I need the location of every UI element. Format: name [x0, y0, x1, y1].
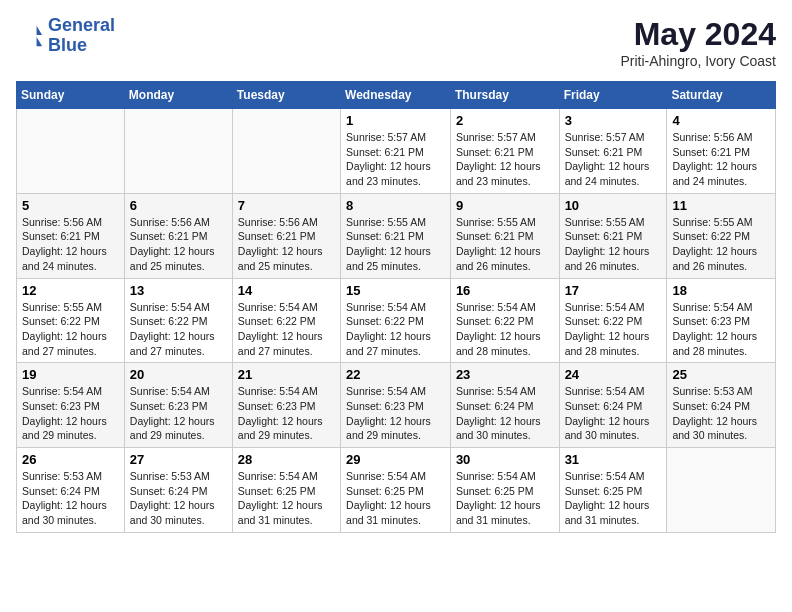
- day-number: 6: [130, 198, 227, 213]
- calendar-day-14: 14Sunrise: 5:54 AM Sunset: 6:22 PM Dayli…: [232, 278, 340, 363]
- calendar-day-2: 2Sunrise: 5:57 AM Sunset: 6:21 PM Daylig…: [450, 109, 559, 194]
- day-info: Sunrise: 5:55 AM Sunset: 6:22 PM Dayligh…: [672, 215, 770, 274]
- day-info: Sunrise: 5:55 AM Sunset: 6:22 PM Dayligh…: [22, 300, 119, 359]
- weekday-header-sunday: Sunday: [17, 82, 125, 109]
- calendar-day-29: 29Sunrise: 5:54 AM Sunset: 6:25 PM Dayli…: [341, 448, 451, 533]
- calendar-day-11: 11Sunrise: 5:55 AM Sunset: 6:22 PM Dayli…: [667, 193, 776, 278]
- calendar-day-15: 15Sunrise: 5:54 AM Sunset: 6:22 PM Dayli…: [341, 278, 451, 363]
- day-number: 2: [456, 113, 554, 128]
- calendar-day-9: 9Sunrise: 5:55 AM Sunset: 6:21 PM Daylig…: [450, 193, 559, 278]
- month-year: May 2024: [620, 16, 776, 53]
- day-number: 15: [346, 283, 445, 298]
- empty-day-cell: [667, 448, 776, 533]
- weekday-header-saturday: Saturday: [667, 82, 776, 109]
- weekday-header-friday: Friday: [559, 82, 667, 109]
- day-info: Sunrise: 5:55 AM Sunset: 6:21 PM Dayligh…: [565, 215, 662, 274]
- day-info: Sunrise: 5:54 AM Sunset: 6:22 PM Dayligh…: [565, 300, 662, 359]
- calendar-day-12: 12Sunrise: 5:55 AM Sunset: 6:22 PM Dayli…: [17, 278, 125, 363]
- day-info: Sunrise: 5:55 AM Sunset: 6:21 PM Dayligh…: [456, 215, 554, 274]
- calendar-day-7: 7Sunrise: 5:56 AM Sunset: 6:21 PM Daylig…: [232, 193, 340, 278]
- calendar-day-16: 16Sunrise: 5:54 AM Sunset: 6:22 PM Dayli…: [450, 278, 559, 363]
- day-number: 27: [130, 452, 227, 467]
- day-number: 12: [22, 283, 119, 298]
- calendar-day-27: 27Sunrise: 5:53 AM Sunset: 6:24 PM Dayli…: [124, 448, 232, 533]
- day-number: 8: [346, 198, 445, 213]
- day-info: Sunrise: 5:56 AM Sunset: 6:21 PM Dayligh…: [22, 215, 119, 274]
- day-number: 4: [672, 113, 770, 128]
- day-number: 18: [672, 283, 770, 298]
- day-info: Sunrise: 5:57 AM Sunset: 6:21 PM Dayligh…: [346, 130, 445, 189]
- day-number: 31: [565, 452, 662, 467]
- day-info: Sunrise: 5:54 AM Sunset: 6:23 PM Dayligh…: [672, 300, 770, 359]
- day-info: Sunrise: 5:54 AM Sunset: 6:23 PM Dayligh…: [22, 384, 119, 443]
- calendar-week-row: 19Sunrise: 5:54 AM Sunset: 6:23 PM Dayli…: [17, 363, 776, 448]
- day-number: 26: [22, 452, 119, 467]
- calendar-day-30: 30Sunrise: 5:54 AM Sunset: 6:25 PM Dayli…: [450, 448, 559, 533]
- day-number: 10: [565, 198, 662, 213]
- calendar-day-23: 23Sunrise: 5:54 AM Sunset: 6:24 PM Dayli…: [450, 363, 559, 448]
- page-header: General Blue May 2024 Priti-Ahingro, Ivo…: [16, 16, 776, 69]
- day-info: Sunrise: 5:54 AM Sunset: 6:23 PM Dayligh…: [238, 384, 335, 443]
- day-info: Sunrise: 5:54 AM Sunset: 6:22 PM Dayligh…: [456, 300, 554, 359]
- day-number: 11: [672, 198, 770, 213]
- day-number: 3: [565, 113, 662, 128]
- day-number: 24: [565, 367, 662, 382]
- calendar-day-22: 22Sunrise: 5:54 AM Sunset: 6:23 PM Dayli…: [341, 363, 451, 448]
- calendar-day-28: 28Sunrise: 5:54 AM Sunset: 6:25 PM Dayli…: [232, 448, 340, 533]
- day-number: 16: [456, 283, 554, 298]
- day-info: Sunrise: 5:57 AM Sunset: 6:21 PM Dayligh…: [565, 130, 662, 189]
- location: Priti-Ahingro, Ivory Coast: [620, 53, 776, 69]
- day-number: 19: [22, 367, 119, 382]
- day-number: 25: [672, 367, 770, 382]
- calendar-day-5: 5Sunrise: 5:56 AM Sunset: 6:21 PM Daylig…: [17, 193, 125, 278]
- day-number: 21: [238, 367, 335, 382]
- day-info: Sunrise: 5:54 AM Sunset: 6:25 PM Dayligh…: [346, 469, 445, 528]
- empty-day-cell: [124, 109, 232, 194]
- day-info: Sunrise: 5:54 AM Sunset: 6:24 PM Dayligh…: [456, 384, 554, 443]
- calendar-week-row: 5Sunrise: 5:56 AM Sunset: 6:21 PM Daylig…: [17, 193, 776, 278]
- day-info: Sunrise: 5:54 AM Sunset: 6:22 PM Dayligh…: [238, 300, 335, 359]
- calendar-table: SundayMondayTuesdayWednesdayThursdayFrid…: [16, 81, 776, 533]
- calendar-week-row: 12Sunrise: 5:55 AM Sunset: 6:22 PM Dayli…: [17, 278, 776, 363]
- day-info: Sunrise: 5:54 AM Sunset: 6:22 PM Dayligh…: [130, 300, 227, 359]
- day-info: Sunrise: 5:53 AM Sunset: 6:24 PM Dayligh…: [22, 469, 119, 528]
- calendar-day-24: 24Sunrise: 5:54 AM Sunset: 6:24 PM Dayli…: [559, 363, 667, 448]
- day-number: 14: [238, 283, 335, 298]
- day-info: Sunrise: 5:57 AM Sunset: 6:21 PM Dayligh…: [456, 130, 554, 189]
- calendar-day-4: 4Sunrise: 5:56 AM Sunset: 6:21 PM Daylig…: [667, 109, 776, 194]
- day-info: Sunrise: 5:54 AM Sunset: 6:25 PM Dayligh…: [565, 469, 662, 528]
- day-number: 22: [346, 367, 445, 382]
- day-number: 17: [565, 283, 662, 298]
- calendar-day-18: 18Sunrise: 5:54 AM Sunset: 6:23 PM Dayli…: [667, 278, 776, 363]
- calendar-day-20: 20Sunrise: 5:54 AM Sunset: 6:23 PM Dayli…: [124, 363, 232, 448]
- day-info: Sunrise: 5:54 AM Sunset: 6:24 PM Dayligh…: [565, 384, 662, 443]
- calendar-day-26: 26Sunrise: 5:53 AM Sunset: 6:24 PM Dayli…: [17, 448, 125, 533]
- logo: General Blue: [16, 16, 115, 56]
- calendar-week-row: 26Sunrise: 5:53 AM Sunset: 6:24 PM Dayli…: [17, 448, 776, 533]
- empty-day-cell: [232, 109, 340, 194]
- day-number: 1: [346, 113, 445, 128]
- weekday-header-tuesday: Tuesday: [232, 82, 340, 109]
- day-number: 29: [346, 452, 445, 467]
- day-number: 5: [22, 198, 119, 213]
- logo-text: General Blue: [48, 16, 115, 56]
- svg-marker-0: [37, 26, 43, 35]
- calendar-day-6: 6Sunrise: 5:56 AM Sunset: 6:21 PM Daylig…: [124, 193, 232, 278]
- day-number: 30: [456, 452, 554, 467]
- day-info: Sunrise: 5:54 AM Sunset: 6:25 PM Dayligh…: [456, 469, 554, 528]
- day-info: Sunrise: 5:56 AM Sunset: 6:21 PM Dayligh…: [238, 215, 335, 274]
- day-info: Sunrise: 5:53 AM Sunset: 6:24 PM Dayligh…: [672, 384, 770, 443]
- day-number: 20: [130, 367, 227, 382]
- weekday-header-row: SundayMondayTuesdayWednesdayThursdayFrid…: [17, 82, 776, 109]
- calendar-day-13: 13Sunrise: 5:54 AM Sunset: 6:22 PM Dayli…: [124, 278, 232, 363]
- day-info: Sunrise: 5:54 AM Sunset: 6:23 PM Dayligh…: [346, 384, 445, 443]
- title-section: May 2024 Priti-Ahingro, Ivory Coast: [620, 16, 776, 69]
- day-number: 28: [238, 452, 335, 467]
- calendar-day-21: 21Sunrise: 5:54 AM Sunset: 6:23 PM Dayli…: [232, 363, 340, 448]
- empty-day-cell: [17, 109, 125, 194]
- day-number: 9: [456, 198, 554, 213]
- calendar-day-8: 8Sunrise: 5:55 AM Sunset: 6:21 PM Daylig…: [341, 193, 451, 278]
- calendar-week-row: 1Sunrise: 5:57 AM Sunset: 6:21 PM Daylig…: [17, 109, 776, 194]
- day-number: 23: [456, 367, 554, 382]
- weekday-header-thursday: Thursday: [450, 82, 559, 109]
